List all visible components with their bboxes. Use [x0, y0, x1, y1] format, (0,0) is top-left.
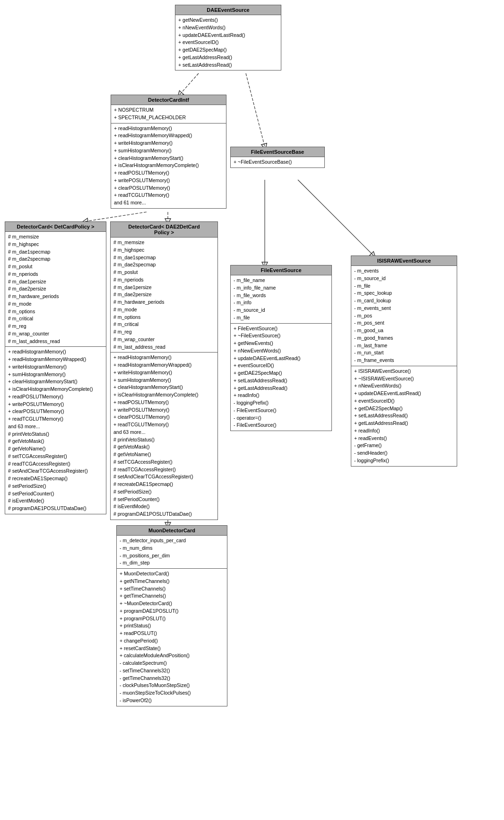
- detector-card-detcard-methods: + readHistogramMemory() + readHistogramM…: [5, 347, 106, 514]
- detector-card-dae2-methods: + readHistogramMemory() + readHistogramM…: [111, 353, 217, 520]
- detector-card-detcard-fields: # m_memsize # m_highspec # m_dae1specmap…: [5, 232, 106, 347]
- detector-card-detcard-title: DetectorCard< DetCardPolicy >: [5, 222, 106, 232]
- dae-event-source-title: DAEEventSource: [175, 5, 281, 15]
- file-event-source-methods: + FileEventSource() + ~FileEventSource()…: [231, 324, 331, 431]
- detector-card-intf-box: DetectorCardIntf + NOSPECTRUM + SPECTRUM…: [111, 95, 226, 209]
- diagram-container: DAEEventSource + getNewEvents() + nNewEv…: [0, 0, 504, 820]
- file-event-source-title: FileEventSource: [231, 265, 331, 275]
- detector-card-dae2-box: DetectorCard< DAE2DetCardPolicy > # m_me…: [110, 221, 218, 520]
- file-event-source-base-box: FileEventSourceBase + ~FileEventSourceBa…: [230, 147, 325, 168]
- svg-line-2: [246, 73, 265, 147]
- muon-detector-card-methods: + MuonDetectorCard() + getNTimeChannels(…: [117, 569, 227, 706]
- isis-raw-event-source-fields: - m_events - m_source_id - m_file - m_sp…: [351, 266, 457, 366]
- isis-raw-event-source-title: ISISRAWEventSource: [351, 256, 457, 266]
- muon-detector-card-title: MuonDetectorCard: [117, 526, 227, 536]
- detector-card-dae2-title: DetectorCard< DAE2DetCardPolicy >: [111, 222, 217, 238]
- detector-card-intf-methods: + readHistogramMemory() + readHistogramM…: [111, 123, 226, 208]
- file-event-source-fields: - m_file_name - m_info_file_name - m_fil…: [231, 275, 331, 324]
- file-event-source-box: FileEventSource - m_file_name - m_info_f…: [230, 265, 332, 431]
- svg-line-1: [180, 73, 199, 95]
- muon-detector-card-box: MuonDetectorCard - m_detector_inputs_per…: [116, 525, 227, 706]
- detector-card-intf-constants: + NOSPECTRUM + SPECTRUM_PLACEHOLDER: [111, 105, 226, 123]
- detector-card-dae2-fields: # m_memsize # m_highspec # m_dae1specmap…: [111, 238, 217, 353]
- isis-raw-event-source-methods: + ISISRAWEventSource() + ~ISISRAWEventSo…: [351, 366, 457, 466]
- dae-event-source-methods: + getNewEvents() + nNewEventWords() + up…: [175, 15, 281, 70]
- detector-card-detcard-box: DetectorCard< DetCardPolicy > # m_memsiz…: [5, 221, 106, 514]
- svg-line-4: [298, 180, 374, 256]
- file-event-source-base-methods: + ~FileEventSourceBase(): [231, 157, 324, 168]
- file-event-source-base-title: FileEventSourceBase: [231, 147, 324, 157]
- svg-line-5: [85, 212, 147, 221]
- detector-card-intf-title: DetectorCardIntf: [111, 95, 226, 105]
- muon-detector-card-fields: - m_detector_inputs_per_card - m_num_dim…: [117, 536, 227, 569]
- isis-raw-event-source-box: ISISRAWEventSource - m_events - m_source…: [351, 256, 457, 467]
- dae-event-source-box: DAEEventSource + getNewEvents() + nNewEv…: [175, 5, 281, 71]
